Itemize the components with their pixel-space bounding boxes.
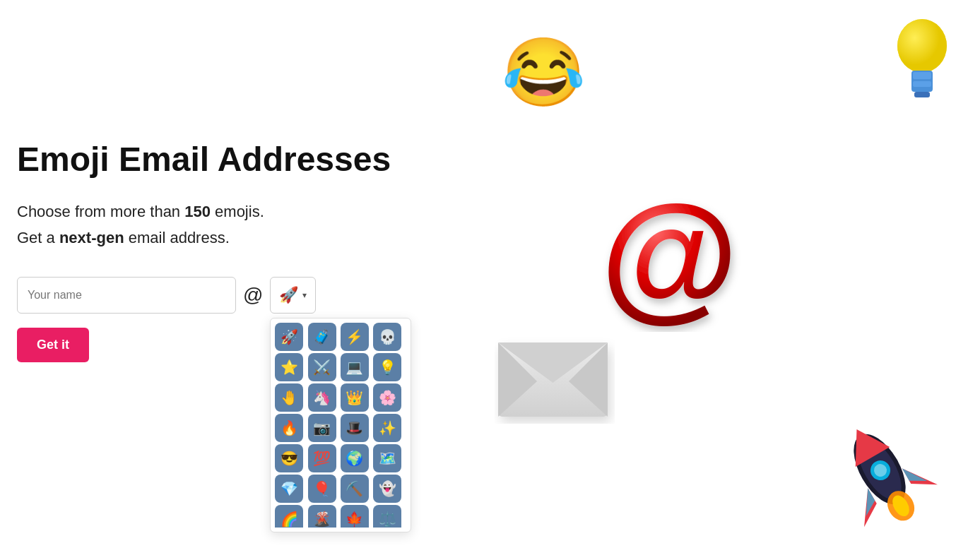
subtitle-line2-plain1: Get a xyxy=(17,229,59,246)
subtitle-line2-bold: next-gen xyxy=(59,229,124,246)
subtitle-line2-plain2: email address. xyxy=(124,229,230,246)
svg-marker-10 xyxy=(498,342,537,417)
selected-emoji: 🚀 xyxy=(279,286,298,304)
svg-marker-16 xyxy=(902,457,938,496)
subtitle-plain-2: emojis. xyxy=(211,203,264,220)
emoji-grid-scroll[interactable]: 🚀🧳⚡💀⭐⚔️💻💡🤚🦄👑🌸🔥📷🎩✨😎💯🌍🗺️💎🎈⛏️👻🌈🌋🍁⚖️🏔️🍀⚓⚠️ xyxy=(275,323,406,528)
envelope-decoration xyxy=(495,332,615,424)
emoji-cell[interactable]: 🤚 xyxy=(275,383,303,412)
content-left: Emoji Email Addresses Choose from more t… xyxy=(17,141,455,362)
emoji-cell[interactable]: 🌸 xyxy=(373,383,401,412)
emoji-cell[interactable]: 🎈 xyxy=(308,475,336,503)
svg-point-19 xyxy=(882,486,919,525)
chevron-down-icon: ▾ xyxy=(302,290,307,300)
svg-marker-14 xyxy=(839,419,890,467)
svg-point-17 xyxy=(867,457,894,484)
emoji-cell[interactable]: 💻 xyxy=(341,353,369,381)
hero-subtitle: Choose from more than 150 emojis. Get a … xyxy=(17,198,455,251)
svg-marker-22 xyxy=(902,460,928,489)
emoji-cell[interactable]: 🔥 xyxy=(275,414,303,442)
svg-point-13 xyxy=(849,432,910,506)
emoji-cell[interactable]: 🌍 xyxy=(341,444,369,472)
svg-point-18 xyxy=(872,462,890,479)
at-symbol-label: @ xyxy=(243,284,263,306)
svg-rect-2 xyxy=(911,71,933,92)
emoji-grid-panel: 🚀🧳⚡💀⭐⚔️💻💡🤚🦄👑🌸🔥📷🎩✨😎💯🌍🗺️💎🎈⛏️👻🌈🌋🍁⚖️🏔️🍀⚓⚠️ xyxy=(270,318,411,532)
emoji-cell[interactable]: ⚡ xyxy=(341,323,369,351)
emoji-cell[interactable]: 🗺️ xyxy=(373,444,401,472)
svg-marker-21 xyxy=(854,488,880,516)
emoji-cell[interactable]: 💯 xyxy=(308,444,336,472)
main-container: 😂 Emoji Email Addresses Choose from more… xyxy=(0,0,968,560)
name-input[interactable] xyxy=(17,277,236,314)
emoji-cell[interactable]: 📷 xyxy=(308,414,336,442)
emoji-cell[interactable]: 🍁 xyxy=(341,505,369,528)
page-title: Emoji Email Addresses xyxy=(17,141,455,179)
emoji-cell[interactable]: 🚀 xyxy=(275,323,303,351)
emoji-cell[interactable]: 💀 xyxy=(373,323,401,351)
lightbulb-decoration xyxy=(890,11,954,102)
get-it-button[interactable]: Get it xyxy=(17,328,89,362)
emoji-cell[interactable]: ⚔️ xyxy=(308,353,336,381)
emoji-cell[interactable]: ⛏️ xyxy=(341,475,369,503)
svg-point-0 xyxy=(897,19,947,73)
emoji-cell[interactable]: 🌈 xyxy=(275,505,303,528)
svg-marker-9 xyxy=(498,342,608,383)
subtitle-bold-1: 150 xyxy=(184,203,211,220)
subtitle-plain-1: Choose from more than xyxy=(17,203,184,220)
emoji-cell[interactable]: 🎩 xyxy=(341,414,369,442)
rocket-decoration xyxy=(812,402,954,549)
svg-rect-5 xyxy=(914,92,930,97)
svg-marker-15 xyxy=(849,488,884,527)
laugh-emoji-decoration: 😂 xyxy=(502,39,586,106)
at-sign-3d-decoration: @ xyxy=(594,162,763,335)
emoji-cell[interactable]: ⭐ xyxy=(275,353,303,381)
svg-point-20 xyxy=(889,492,912,519)
svg-rect-7 xyxy=(498,342,608,417)
emoji-cell[interactable]: 🌋 xyxy=(308,505,336,528)
svg-text:@: @ xyxy=(601,176,738,332)
emoji-cell[interactable]: 🧳 xyxy=(308,323,336,351)
emoji-selector-button[interactable]: 🚀 ▾ xyxy=(270,277,316,314)
emoji-cell[interactable]: 🦄 xyxy=(308,383,336,412)
svg-rect-3 xyxy=(913,72,931,79)
svg-rect-8 xyxy=(498,342,608,417)
svg-point-12 xyxy=(843,426,916,513)
svg-point-1 xyxy=(897,19,947,73)
email-input-row: @ 🚀 ▾ 🚀🧳⚡💀⭐⚔️💻💡🤚🦄👑🌸🔥📷🎩✨😎💯🌍🗺️💎🎈⛏️👻🌈🌋🍁⚖️🏔️… xyxy=(17,277,455,314)
emoji-cell[interactable]: ✨ xyxy=(373,414,401,442)
emoji-cell[interactable]: 👻 xyxy=(373,475,401,503)
emoji-cell[interactable]: ⚖️ xyxy=(373,505,401,528)
emoji-cell[interactable]: 💎 xyxy=(275,475,303,503)
emoji-cell[interactable]: 👑 xyxy=(341,383,369,412)
emoji-cell[interactable]: 😎 xyxy=(275,444,303,472)
svg-rect-4 xyxy=(913,81,931,87)
svg-marker-11 xyxy=(569,342,608,417)
emoji-cell[interactable]: 💡 xyxy=(373,353,401,381)
emoji-dropdown-container: 🚀 ▾ 🚀🧳⚡💀⭐⚔️💻💡🤚🦄👑🌸🔥📷🎩✨😎💯🌍🗺️💎🎈⛏️👻🌈🌋🍁⚖️🏔️🍀⚓… xyxy=(270,277,316,314)
